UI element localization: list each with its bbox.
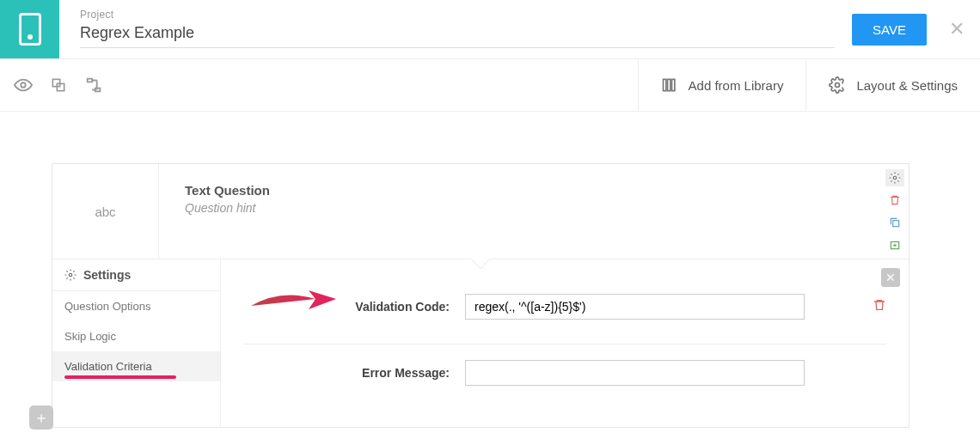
question-title[interactable]: Text Question [185,183,855,198]
add-question-button[interactable]: ＋ [29,405,53,430]
layout-settings-label: Layout & Settings [856,78,958,93]
library-icon [661,76,678,94]
sidebar-item-question-options[interactable]: Question Options [52,291,220,321]
svg-rect-4 [667,79,670,90]
add-from-library-label: Add from Library [689,78,784,93]
app-logo-icon [19,13,41,46]
sidebar-item-label: Validation Criteria [64,360,152,373]
settings-heading: Settings [52,259,220,291]
question-hint[interactable]: Question hint [185,201,855,215]
copy-stack-icon[interactable] [50,76,67,94]
flow-icon[interactable] [84,76,103,95]
duplicate-question-icon[interactable] [885,214,904,231]
gear-icon [64,269,77,281]
svg-point-10 [69,273,72,277]
svg-point-6 [836,83,840,88]
delete-validation-icon[interactable] [873,298,886,315]
active-underline [64,375,176,379]
gear-icon [829,76,846,94]
svg-rect-5 [671,79,674,90]
svg-point-0 [21,82,26,88]
delete-question-icon[interactable] [885,192,904,209]
svg-rect-8 [893,221,899,227]
project-label: Project [80,9,835,21]
svg-point-7 [893,176,897,180]
validation-code-input[interactable] [465,294,805,320]
close-panel-icon[interactable]: ✕ [881,268,900,287]
save-button[interactable]: SAVE [852,14,927,46]
settings-heading-label: Settings [83,268,131,282]
validation-code-label: Validation Code: [243,300,450,314]
question-type-badge: abc [52,164,159,259]
layout-settings-button[interactable]: Layout & Settings [805,59,980,111]
sidebar-item-skip-logic[interactable]: Skip Logic [52,321,220,351]
question-card: abc Text Question Question hint [52,163,910,428]
add-from-library-button[interactable]: Add from Library [638,59,806,111]
add-to-library-icon[interactable] [885,236,904,253]
project-name-input[interactable] [80,21,835,48]
question-settings-icon[interactable] [885,169,904,186]
error-message-label: Error Message: [243,366,450,380]
svg-rect-3 [663,79,665,90]
error-message-input[interactable] [465,360,805,386]
sidebar-item-validation-criteria[interactable]: Validation Criteria [52,351,220,381]
close-icon[interactable]: ✕ [949,20,965,39]
preview-icon[interactable] [14,76,33,95]
app-logo[interactable] [0,0,59,58]
